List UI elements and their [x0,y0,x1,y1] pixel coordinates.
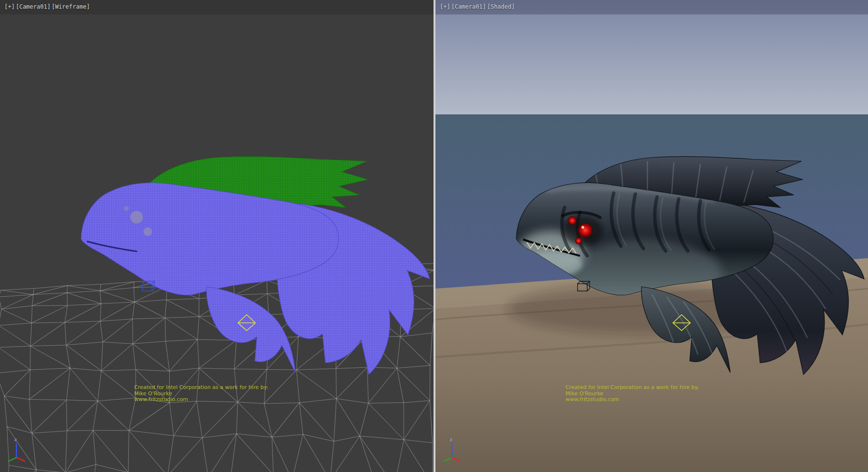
sky [435,0,868,116]
watermark-line-1: Created for Intel Corporation as a work … [566,384,699,390]
eye-main-highlight [582,226,584,229]
dual-viewport-3d-app: Created for Intel Corporation as a work … [0,0,868,472]
shaded-scene-canvas[interactable]: Created for Intel Corporation as a work … [435,0,868,472]
viewport-label-wireframe: [+] [Camera01] [Wireframe] [4,3,90,10]
viewport-shaded[interactable]: Created for Intel Corporation as a work … [435,0,868,472]
eye-tertiary [575,237,582,244]
wireframe-scene-canvas[interactable]: Created for Intel Corporation as a work … [0,0,434,472]
eye-spot-small [143,227,152,236]
watermark: Created for Intel Corporation as a work … [134,384,268,403]
axis-z-label: z [450,437,452,442]
viewport-general-menu[interactable]: [+] [440,3,450,10]
eye-spot-large [130,211,143,223]
viewport-shading-menu[interactable]: [Shaded] [487,3,515,10]
creature-wireframe[interactable] [81,156,430,375]
viewport-label-shaded: [+] [Camera01] [Shaded] [440,3,515,10]
eye-spot-tiny [124,206,129,211]
watermark-line-3: www.fritzstudio.com [566,396,619,403]
watermark-line-1: Created for Intel Corporation as a work … [134,384,268,390]
viewport-camera-menu[interactable]: [Camera01] [16,3,51,10]
viewport-wireframe[interactable]: Created for Intel Corporation as a work … [0,0,434,472]
axis-z-label: z [14,437,17,442]
eye-secondary [568,216,577,225]
eye-main [578,223,593,237]
viewport-camera-menu[interactable]: [Camera01] [451,3,486,10]
watermark-line-3: www.fritzstudio.com [134,396,188,403]
viewport-shading-menu[interactable]: [Wireframe] [52,3,90,10]
viewport-general-menu[interactable]: [+] [4,3,15,10]
